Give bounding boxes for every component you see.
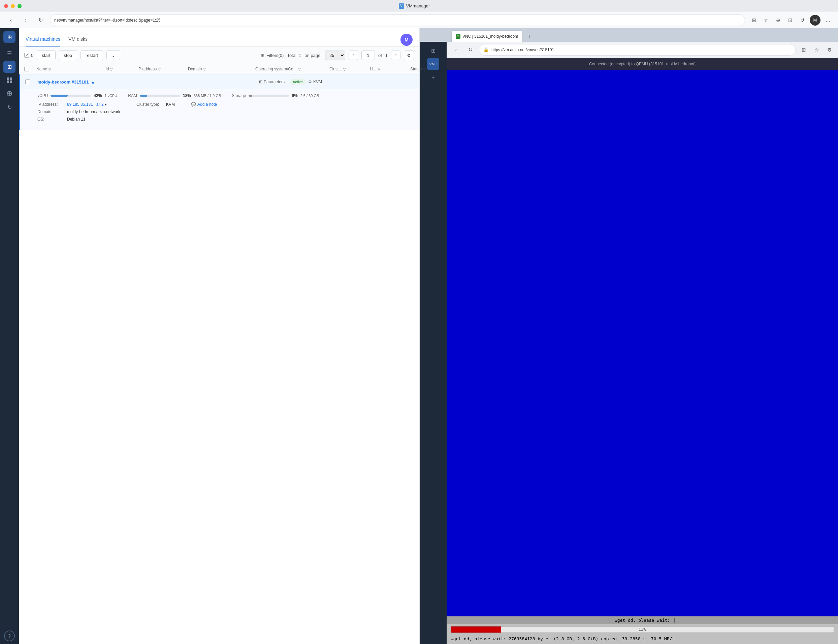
vnc-tab-active[interactable]: V VNC | 315101_moldy-bedroom xyxy=(451,30,523,42)
vnc-sidebar-icons xyxy=(422,39,449,42)
vnc-main-view: ‹ ↻ 🔒 https://vm.aeza.net/vm/vnc/315101 … xyxy=(447,42,838,644)
col-header-name[interactable]: Name ▽ xyxy=(36,67,104,71)
browser-more-icon[interactable]: … xyxy=(823,15,833,25)
vnc-screen-container: Connected (encrypted) to QEMU (315101_mo… xyxy=(447,58,838,644)
browser-title-text: VMmanager xyxy=(406,3,430,8)
tab-virtual-machines[interactable]: Virtual machines xyxy=(26,34,60,46)
storage-bar-fill xyxy=(248,95,252,97)
prev-page-button[interactable]: ‹ xyxy=(348,51,358,60)
col-os-arrow: ▽ xyxy=(298,67,301,71)
next-page-button[interactable]: › xyxy=(391,51,401,60)
ip-extra-link[interactable]: all 2 xyxy=(96,102,104,107)
params-label: Parameters xyxy=(264,79,284,84)
sidebar-logo[interactable]: ⊞ xyxy=(3,31,15,43)
col-header-cluster[interactable]: Clust... ▽ xyxy=(329,67,370,71)
col-header-ip[interactable]: IP address ▽ xyxy=(137,67,188,71)
window-max-btn[interactable] xyxy=(18,4,21,8)
split-view-icon[interactable]: ⊡ xyxy=(785,15,795,25)
start-button[interactable]: start xyxy=(37,50,55,60)
tab-vm-disks[interactable]: VM disks xyxy=(68,34,87,46)
col-cluster-label: Clust... xyxy=(329,67,342,71)
col-status-label: Status xyxy=(410,67,422,71)
col-header-status[interactable]: Status ▽ xyxy=(410,67,451,71)
sidebar-item-network[interactable] xyxy=(3,87,15,100)
back-button[interactable]: ‹ xyxy=(5,15,16,26)
storage-label: Storage xyxy=(232,93,246,98)
per-page-select[interactable]: 25 50 100 xyxy=(325,51,345,60)
col-ip-arrow: ▽ xyxy=(158,67,161,71)
vnc-settings-icon[interactable]: ⚙ xyxy=(825,45,834,54)
table-settings-button[interactable]: ⚙ xyxy=(404,50,414,60)
add-note-button[interactable]: 💬 Add a note xyxy=(191,102,217,107)
ip-address-label: IP address: xyxy=(38,102,64,107)
ram-bar-fill xyxy=(140,95,147,97)
vcpu-pct: 42% xyxy=(94,93,102,98)
window-min-btn[interactable] xyxy=(11,4,15,8)
vm-panel-user-avatar[interactable]: M xyxy=(401,34,412,46)
selected-count: 0 xyxy=(31,53,33,58)
cluster-type-row: Cluster type: KVM xyxy=(136,102,175,107)
more-actions-button[interactable]: ⌄ xyxy=(107,50,120,60)
extensions-icon[interactable]: ⊕ xyxy=(773,15,783,25)
sidebar-item-vms[interactable] xyxy=(3,74,15,86)
address-bar-input[interactable] xyxy=(54,18,741,23)
refresh-button[interactable]: ↻ xyxy=(35,15,46,26)
col-header-os[interactable]: Operating system/Co... ▽ xyxy=(255,67,329,71)
parameters-button[interactable]: ⊞ Parameters xyxy=(256,78,287,85)
forward-button[interactable]: › xyxy=(20,15,31,26)
vnc-connection-text: Connected (encrypted) to QEMU (315101_mo… xyxy=(589,62,695,66)
vnc-sidebar-copy-icon[interactable]: ⊞ xyxy=(427,44,439,57)
header-checkbox[interactable] xyxy=(24,67,29,71)
kvm-badge: ⚙ KVM xyxy=(308,79,322,84)
page-input[interactable] xyxy=(361,51,375,60)
page-of-label: of xyxy=(378,53,382,58)
help-icon[interactable]: ? xyxy=(4,631,15,641)
row-checkbox[interactable] xyxy=(25,79,30,84)
restart-button[interactable]: restart xyxy=(81,50,103,60)
vnc-add-tab-button[interactable]: + xyxy=(524,32,534,42)
reader-mode-icon[interactable]: ⊞ xyxy=(749,15,759,25)
vnc-bookmark-icon[interactable]: ☆ xyxy=(812,45,821,54)
vcpu-count: 1 vCPU xyxy=(104,94,117,98)
table-row: moldy-bedroom #315101 ▲ ⊞ Parameters Act… xyxy=(19,74,419,89)
browser-user-avatar[interactable]: M xyxy=(810,15,820,26)
on-page-label: on page: xyxy=(304,53,322,58)
col-header-domain[interactable]: Domain ▽ xyxy=(188,67,255,71)
os-value: Debian 11 xyxy=(67,117,85,122)
history-icon[interactable]: ↺ xyxy=(798,15,807,25)
col-header-id[interactable]: ↓id ▽ xyxy=(104,67,137,71)
domain-value: moldy-bedroom.aeza.network xyxy=(67,110,120,114)
vm-row-container: moldy-bedroom #315101 ▲ ⊞ Parameters Act… xyxy=(19,74,419,130)
col-cluster-arrow: ▽ xyxy=(343,67,346,71)
vnc-sidebar-add-icon[interactable]: + xyxy=(427,71,439,84)
filters-button[interactable]: ⊞ Filters(0) xyxy=(261,53,284,58)
metric-ram: RAM 18% 368 MB / 1.9 GB xyxy=(128,93,221,98)
vnc-back-button[interactable]: ‹ xyxy=(451,44,462,55)
metric-storage: Storage 9% 2.6 / 30 GB xyxy=(232,93,319,98)
vm-sidebar: ⊞ ☰ ⊞ ↻ ? xyxy=(0,28,19,644)
address-bar-wrapper xyxy=(50,15,745,26)
vnc-browser-toolbar: ‹ ↻ 🔒 https://vm.aeza.net/vm/vnc/315101 … xyxy=(447,42,838,58)
bookmark-icon[interactable]: ☆ xyxy=(761,15,771,25)
sidebar-item-dashboard[interactable]: ⊞ xyxy=(3,61,15,73)
ram-label: RAM xyxy=(128,93,137,98)
col-header-h[interactable]: H... ▽ xyxy=(370,67,410,71)
col-status-arrow: ▽ xyxy=(423,67,426,71)
wget-percent-text: 13% xyxy=(451,626,834,632)
vm-metrics-row: vCPU 42% 1 vCPU RAM 18% xyxy=(38,93,414,98)
svg-rect-3 xyxy=(10,80,12,83)
ip-address-link[interactable]: 89.185.85.131 xyxy=(67,102,93,107)
select-all-checkbox[interactable]: ✓ xyxy=(24,53,29,58)
kvm-icon: ⚙ xyxy=(308,79,312,84)
sidebar-item-home[interactable]: ☰ xyxy=(3,47,15,59)
vnc-reader-icon[interactable]: ⊞ xyxy=(799,45,808,54)
vnc-screen[interactable]: | wget dd, please wait: | 13% xyxy=(447,70,838,644)
vm-name[interactable]: moldy-bedroom #315101 ▲ xyxy=(38,79,105,85)
stop-button[interactable]: stop xyxy=(59,50,77,60)
sidebar-bottom: ? xyxy=(4,631,15,641)
vnc-refresh-button[interactable]: ↻ xyxy=(465,44,476,55)
params-icon: ⊞ xyxy=(259,79,262,84)
domain-label: Domain : xyxy=(38,110,64,114)
sidebar-item-tasks[interactable]: ↻ xyxy=(3,101,15,113)
window-close-btn[interactable] xyxy=(4,4,8,8)
